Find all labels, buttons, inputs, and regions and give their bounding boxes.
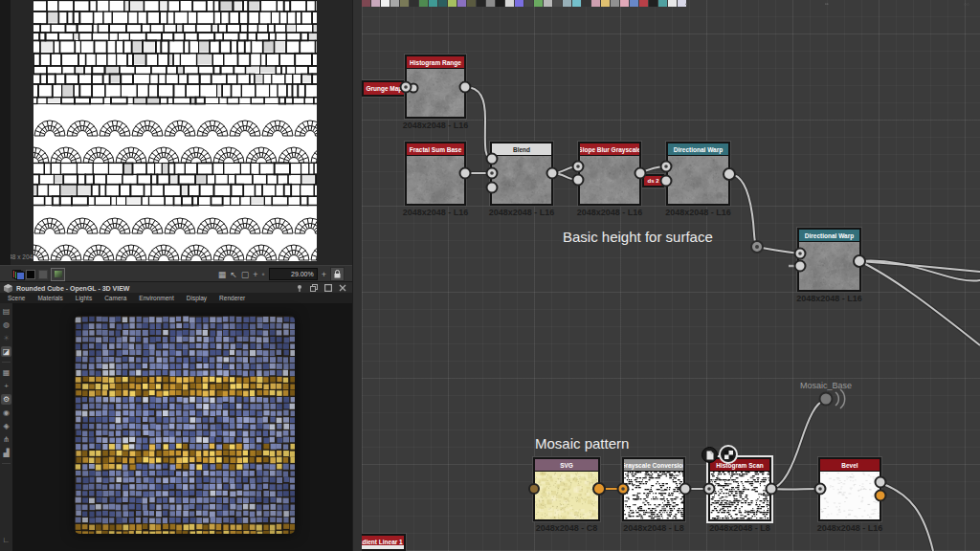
graph-swatch[interactable] [410,0,418,7]
menu-renderer[interactable]: Renderer [219,295,245,301]
background-black-swatch[interactable] [26,270,35,279]
substance-designer-window: 2048 x 2048 (Gra ▦ ↖ ▢ + • 2 [0,0,980,551]
node-bevel[interactable]: Bevel 2048x2048 - L16 [818,457,881,521]
fit-frame-icon[interactable]: ▢ [241,270,250,279]
float-window-icon[interactable] [310,284,318,292]
node-svg[interactable]: SVG 2048x2048 - C8 [533,457,600,521]
tree-icon[interactable]: ⋔ [1,434,11,445]
graph-swatch[interactable] [381,0,390,7]
corner-axis-icon[interactable]: ∟ [1,535,11,545]
graph-swatch[interactable] [362,0,370,7]
graph-swatch[interactable] [400,0,409,7]
node-directional-warp-2[interactable]: Directional Warp 2048x2048 - L16 [797,228,861,292]
channels-icon[interactable] [12,270,23,279]
graph-swatch[interactable] [639,0,648,7]
background-gray-swatch[interactable] [38,270,48,279]
graph-swatch[interactable] [524,0,533,7]
menu-camera[interactable]: Camera [104,295,126,301]
center-crosshair-icon[interactable]: + [253,270,257,279]
node-thumbnail [710,472,769,519]
graph-swatch[interactable] [553,0,562,7]
graph-swatch[interactable] [534,0,543,7]
texture-display-button[interactable] [51,268,65,281]
dot-node[interactable] [751,241,763,253]
graph-swatch[interactable] [457,0,466,7]
menu-materials[interactable]: Materials [37,295,62,301]
graph-swatch[interactable] [563,0,571,7]
2d-view[interactable]: 2048 x 2048 (Gra [0,0,352,265]
image-icon[interactable]: ◪ [1,346,11,357]
orbit-icon[interactable]: ◉ [1,408,11,418]
node-slope-blur-grayscale[interactable]: Slope Blur Grayscale 2048x2048 - L16 [578,142,641,206]
histogram-icon[interactable]: ▟ [1,448,11,458]
graph-swatch[interactable] [505,0,514,7]
tiling-grid-icon[interactable]: ▦ [218,270,227,279]
graph-swatch[interactable] [658,0,667,7]
comment-mosaic-pattern[interactable]: Mosaic pattern [535,435,629,452]
exposed-output-badge[interactable] [702,447,718,463]
node-caption: 2048x2048 - L16 [786,294,873,303]
graph-swatch[interactable] [591,0,600,7]
sun-icon[interactable]: ☀ [1,333,11,343]
panel-splitter[interactable] [352,0,362,551]
bulb-icon[interactable]: ◍ [1,320,11,330]
node-grayscale-conversion[interactable]: Grayscale Conversion 2048x2048 - L8 [622,457,685,521]
node-blend[interactable]: Blend 2048x2048 - L16 [490,142,553,206]
rounded-cube-preview[interactable] [75,316,295,534]
node-clouds-2[interactable]: ds 2 [642,174,664,187]
graph-swatch[interactable] [419,0,428,7]
graph-swatch[interactable] [601,0,610,7]
node-histogram-scan[interactable]: Histogram Scan 2048x2048 - L8 [708,457,771,521]
grid-icon[interactable]: ▦ [1,367,11,378]
2d-view-left-strip [0,0,11,265]
2d-view-texture-preview[interactable] [33,0,317,261]
node-title: Fractal Sum Base [407,143,464,156]
node-graph-editor[interactable]: ▪ ▫▫ ◌◌ Basic height for surface Mosaic … [362,0,980,551]
comment-basic-height[interactable]: Basic height for surface [563,229,713,245]
graph-swatch[interactable] [371,0,380,7]
graph-swatch[interactable] [390,0,399,7]
transform-icon[interactable]: ↖ [230,270,237,279]
node-gradient-linear-1[interactable]: Gradient Linear 1 [362,534,406,551]
mosaic-base-output-node[interactable] [820,393,833,406]
graph-swatch[interactable] [467,0,476,7]
zoom-plus-icon[interactable]: + [322,270,326,279]
graph-swatch-strip [362,0,686,7]
graph-swatch[interactable] [429,0,437,7]
usage-badge[interactable] [719,445,738,464]
menu-environment[interactable]: Environment [139,295,174,301]
pin-icon[interactable] [296,284,303,292]
layers-icon[interactable]: ◈ [1,421,11,431]
graph-swatch[interactable] [515,0,523,7]
lock-button[interactable] [330,267,345,281]
graph-swatch[interactable] [486,0,495,7]
3d-view-menubar: Scene Materials Lights Camera Environmen… [0,293,352,303]
graph-swatch[interactable] [611,0,619,7]
menu-scene[interactable]: Scene [8,295,25,301]
graph-swatch[interactable] [668,0,677,7]
graph-swatch[interactable] [438,0,447,7]
graph-swatch[interactable] [649,0,657,7]
zoom-level-field[interactable]: 29.00% [269,268,318,280]
node-title: Directional Warp [799,230,859,242]
graph-swatch[interactable] [582,0,590,7]
graph-swatch[interactable] [448,0,457,7]
axes-icon[interactable]: + [1,381,11,391]
menu-display[interactable]: Display [187,295,207,301]
node-directional-warp-1[interactable]: Directional Warp 2048x2048 - L16 [666,142,730,206]
node-thumbnail [668,156,728,204]
graph-swatch[interactable] [544,0,552,7]
node-histogram-range[interactable]: Histogram Range 2048x2048 - L16 [405,55,466,119]
graph-swatch[interactable] [572,0,581,7]
graph-swatch[interactable] [496,0,504,7]
menu-lights[interactable]: Lights [76,295,92,301]
graph-swatch[interactable] [477,0,485,7]
3d-viewport[interactable] [0,303,352,551]
node-fractal-sum-base[interactable]: Fractal Sum Base 2048x2048 - L16 [405,142,466,206]
camera-icon[interactable]: ▤ [1,306,11,317]
graph-swatch[interactable] [620,0,629,7]
maximize-icon[interactable] [324,284,332,292]
gear-icon[interactable]: ⚙ [1,394,11,405]
graph-swatch[interactable] [630,0,638,7]
close-icon[interactable] [339,284,346,292]
